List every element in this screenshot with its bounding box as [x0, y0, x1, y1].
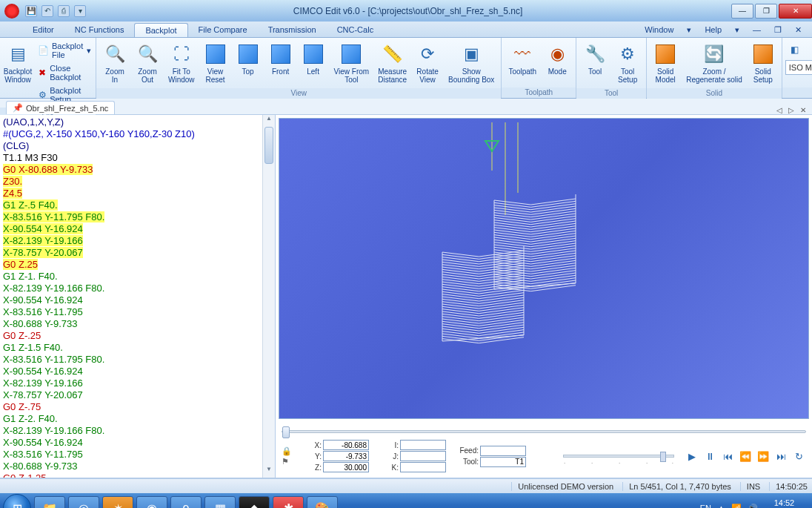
view-from-tool-button[interactable]: View From Tool — [330, 40, 373, 86]
code-line[interactable]: X-78.757 Y-20.067 — [3, 389, 83, 400]
skip-fwd-button[interactable]: ⏩ — [756, 449, 771, 463]
code-line[interactable]: G0 Z-.75 — [3, 401, 41, 412]
play-button[interactable]: ▶ — [685, 449, 699, 463]
qat-undo-icon[interactable]: ↶ — [41, 5, 53, 17]
tool-field[interactable] — [480, 457, 526, 467]
scroll-up-icon[interactable]: ▲ — [263, 115, 275, 127]
step-back-button[interactable]: ⏮ — [720, 449, 735, 463]
slider-thumb[interactable] — [282, 426, 290, 438]
code-line[interactable]: X-90.554 Y-16.924 — [3, 437, 83, 448]
flag-icon[interactable]: ⚑ — [282, 457, 292, 466]
tab-file-compare[interactable]: File Compare — [188, 23, 258, 37]
tab-close-icon[interactable]: ✕ — [800, 106, 806, 114]
tab-next-icon[interactable]: ▷ — [788, 106, 794, 114]
task-calc[interactable]: ▦ — [204, 496, 236, 508]
tray-network-icon[interactable]: 📶 — [731, 504, 742, 509]
code-line[interactable]: X-80.688 Y-9.733 — [3, 461, 77, 472]
start-button[interactable]: ⊞ — [3, 494, 31, 508]
scroll-down-icon[interactable]: ▼ — [263, 466, 275, 478]
code-line[interactable]: X-83.516 Y-11.795 — [3, 449, 83, 460]
tab-nc-functions[interactable]: NC Functions — [64, 23, 135, 37]
tray-clock[interactable]: 14:52 20.07.2014 — [764, 498, 805, 508]
lock-icon[interactable]: 🔒 — [282, 446, 292, 456]
coord-z-field[interactable] — [323, 462, 369, 472]
tool-button[interactable]: 🔧Tool — [579, 40, 610, 78]
code-line[interactable]: (CLG) — [3, 140, 29, 151]
tab-cnc-calc[interactable]: CNC-Calc — [327, 23, 385, 37]
code-line[interactable]: X-83.516 Y-11.795 F80. — [3, 354, 104, 365]
code-line[interactable]: X-82.139 Y-19.166 — [3, 235, 83, 246]
backplot-file-button[interactable]: 📄Backplot File▾ — [34, 40, 95, 61]
measure-distance-button[interactable]: 📏Measure Distance — [374, 40, 410, 86]
bounding-box-button[interactable]: ▣Show Bounding Box — [445, 40, 498, 86]
code-line[interactable]: X-90.554 Y-16.924 — [3, 366, 83, 377]
step-fwd-button[interactable]: ⏭ — [773, 449, 788, 463]
skip-back-button[interactable]: ⏪ — [738, 449, 753, 463]
coord-y-field[interactable] — [323, 451, 369, 461]
scroll-thumb[interactable] — [264, 127, 273, 164]
close-button[interactable]: ✕ — [779, 4, 812, 19]
maximize-button[interactable]: ❐ — [755, 4, 777, 19]
task-chrome[interactable]: ◉ — [136, 496, 167, 508]
code-line[interactable]: #(UCG,2, X-150 X150,Y-160 Y160,Z-30 Z10) — [3, 128, 195, 139]
code-editor[interactable]: (UAO,1,X,Y,Z) #(UCG,2, X-150 X150,Y-160 … — [0, 115, 276, 478]
left-view-button[interactable]: Left — [298, 40, 329, 78]
qat-dropdown-icon[interactable]: ▾ — [74, 5, 86, 17]
solid-setup-button[interactable]: Solid Setup — [748, 40, 779, 86]
regenerate-solid-button[interactable]: 🔄Zoom / Regenerate solid — [682, 40, 746, 86]
code-line[interactable]: T1.1 M3 F30 — [3, 152, 58, 163]
close-backplot-button[interactable]: ✖Close Backplot — [34, 62, 95, 83]
tray-sound-icon[interactable]: 🔊 — [748, 504, 758, 509]
coord-x-field[interactable] — [323, 440, 369, 450]
task-cimco[interactable]: ✱ — [273, 496, 304, 508]
tab-backplot[interactable]: Backplot — [134, 23, 187, 37]
code-line[interactable]: X-78.757 Y-20.067 — [3, 247, 83, 258]
front-view-button[interactable]: Front — [265, 40, 296, 78]
speed-thumb[interactable] — [660, 452, 666, 462]
task-explorer[interactable]: 📁 — [34, 496, 65, 508]
rotate-view-button[interactable]: ⟳Rotate View — [412, 40, 443, 86]
code-line[interactable]: G1 Z-.5 F40. — [3, 199, 58, 211]
loop-button[interactable]: ↻ — [791, 449, 806, 463]
solid-model-button[interactable]: Solid Model — [650, 40, 681, 86]
code-scrollbar[interactable]: ▲ ▼ — [262, 115, 275, 478]
other-opt1[interactable]: ◧ — [785, 42, 805, 57]
qat-save-icon[interactable]: 💾 — [25, 5, 37, 17]
mdi-minimize-icon[interactable]: — — [750, 23, 764, 37]
backplot-window-button[interactable]: ▤ Backplot Window — [3, 40, 33, 86]
top-view-button[interactable]: Top — [233, 40, 264, 78]
code-line[interactable]: G1 Z-1. F40. — [3, 271, 58, 282]
window-menu[interactable]: Window — [642, 23, 676, 37]
speed-slider[interactable]: ····· — [563, 455, 674, 458]
code-line[interactable]: Z30. — [3, 176, 22, 187]
document-tab[interactable]: 📌Obr_shl_Frez_sh_5.nc — [6, 101, 115, 114]
qat-print-icon[interactable]: ⎙ — [58, 5, 70, 17]
code-line[interactable]: G0 Z-.25 — [3, 330, 41, 341]
zoom-out-button[interactable]: 🔍Zoom Out — [132, 40, 163, 86]
code-line[interactable]: X-82.139 Y-19.166 — [3, 377, 83, 389]
mode-button[interactable]: ◉Mode — [542, 40, 573, 78]
help-menu[interactable]: Help — [702, 23, 725, 37]
task-paint[interactable]: 🎨 — [307, 496, 338, 508]
3d-viewport[interactable] — [279, 118, 809, 419]
code-line[interactable]: X-83.516 Y-11.795 — [3, 306, 83, 317]
code-line[interactable]: X-82.139 Y-19.166 F80. — [3, 283, 104, 294]
mdi-close-icon[interactable]: ✕ — [792, 23, 805, 37]
code-line[interactable]: G0 Z-1.25 — [3, 472, 47, 478]
code-line[interactable]: X-80.688 Y-9.733 — [3, 318, 77, 329]
code-line[interactable]: X-90.554 Y-16.924 — [3, 294, 83, 306]
progress-slider[interactable] — [282, 430, 806, 433]
view-reset-button[interactable]: View Reset — [200, 40, 231, 86]
code-line[interactable]: G0 Z.25 — [3, 259, 38, 270]
code-line[interactable]: G0 X-80.688 Y-9.733 — [3, 164, 93, 175]
code-line[interactable]: Z4.5 — [3, 188, 22, 199]
tab-prev-icon[interactable]: ◁ — [776, 106, 782, 114]
machine-type-dropdown[interactable]: ISO Milling▾ — [785, 60, 812, 75]
coord-i-field[interactable] — [400, 440, 446, 450]
task-app3[interactable]: ◆ — [239, 496, 270, 508]
code-line[interactable]: (UAO,1,X,Y,Z) — [3, 116, 64, 128]
toolpath-button[interactable]: 〰Toolpath — [505, 40, 540, 78]
code-line[interactable]: G1 Z-1.5 F40. — [3, 342, 63, 353]
zoom-in-button[interactable]: 🔍Zoom In — [99, 40, 130, 86]
tab-editor[interactable]: Editor — [22, 23, 64, 37]
